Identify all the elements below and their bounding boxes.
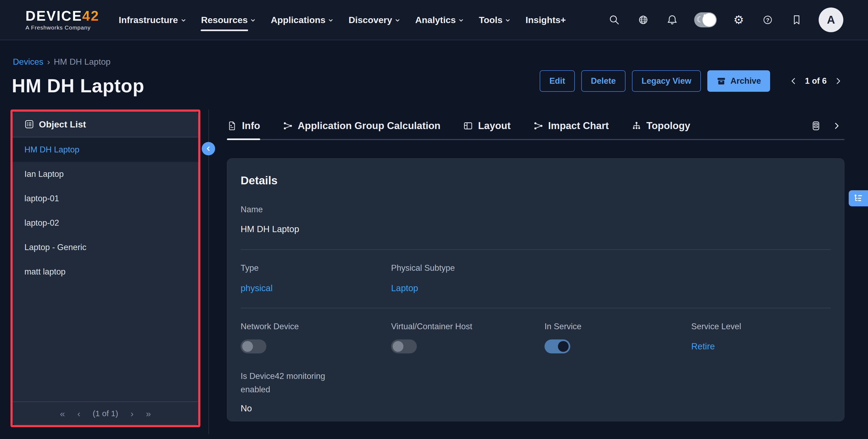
- physical-subtype-value-link[interactable]: Laptop: [391, 283, 418, 293]
- tabs-scroll-right-icon[interactable]: [833, 122, 841, 130]
- top-nav: DEVICE42 A Freshworks Company Infrastruc…: [0, 0, 868, 40]
- list-item-laptop-02[interactable]: laptop-02: [12, 211, 198, 235]
- device-actions: Edit Delete Legacy View Archive 1 of 6: [540, 70, 842, 92]
- next-page-icon[interactable]: ›: [131, 408, 133, 419]
- tree-view-button[interactable]: [849, 190, 868, 206]
- user-avatar[interactable]: A: [819, 7, 843, 32]
- search-icon[interactable]: [607, 13, 621, 27]
- archive-button[interactable]: Archive: [707, 70, 770, 92]
- device42-logo[interactable]: DEVICE42 A Freshworks Company: [26, 9, 99, 31]
- tab-impact-chart[interactable]: Impact Chart: [533, 113, 609, 139]
- first-page-icon[interactable]: «: [60, 408, 65, 419]
- chevron-down-icon: [328, 17, 333, 23]
- toggle-knob: [703, 13, 716, 27]
- list-item-laptop-01[interactable]: laptop-01: [12, 186, 198, 211]
- object-list-panel: Object List HM DH Laptop Ian Laptop lapt…: [12, 112, 198, 425]
- main-menu: Infrastructure Resources Applications Di…: [118, 11, 566, 29]
- tab-overflow-group: [811, 121, 844, 131]
- panel-divider-line: [209, 110, 209, 434]
- tab-application-group-calculation[interactable]: Application Group Calculation: [283, 113, 440, 139]
- tab-info[interactable]: Info: [227, 113, 260, 139]
- type-value-link[interactable]: physical: [241, 283, 273, 293]
- type-label: Type: [241, 263, 391, 273]
- menu-resources[interactable]: Resources: [200, 11, 256, 29]
- object-list-pagination: « ‹ (1 of 1) › »: [12, 402, 198, 425]
- logo-brand-text: DEVICE: [26, 8, 82, 24]
- virtual-container-host-toggle[interactable]: [391, 340, 417, 353]
- tab-layout[interactable]: Layout: [463, 113, 510, 139]
- delete-button[interactable]: Delete: [581, 70, 625, 92]
- object-list-spacer: [12, 284, 198, 402]
- menu-tools[interactable]: Tools: [478, 11, 511, 29]
- breadcrumb-devices-link[interactable]: Devices: [13, 57, 43, 67]
- breadcrumb-current: HM DH Laptop: [54, 57, 111, 67]
- rack-tab-icon[interactable]: [811, 121, 821, 131]
- menu-discovery-label: Discovery: [348, 15, 392, 25]
- menu-analytics-label: Analytics: [415, 15, 456, 25]
- object-list: HM DH Laptop Ian Laptop laptop-01 laptop…: [12, 137, 198, 284]
- nav-utility-cluster: ☾ ✦ ⚙ ? A: [607, 7, 843, 32]
- topology-tree-icon: [631, 121, 642, 131]
- breadcrumb: Devices › HM DH Laptop: [13, 57, 111, 67]
- divider: [241, 249, 831, 250]
- in-service-toggle[interactable]: [545, 340, 570, 353]
- logo-accent-text: 42: [82, 8, 99, 24]
- menu-applications[interactable]: Applications: [270, 11, 334, 29]
- record-pager: 1 of 6: [789, 76, 842, 86]
- physical-subtype-label: Physical Subtype: [391, 263, 545, 273]
- bookmark-icon[interactable]: [790, 13, 804, 27]
- notifications-bell-icon[interactable]: [665, 13, 679, 27]
- menu-analytics[interactable]: Analytics: [415, 11, 464, 29]
- menu-insights[interactable]: Insights+: [525, 11, 566, 29]
- page-title: HM DH Laptop: [12, 75, 144, 97]
- service-level-value-link[interactable]: Retire: [691, 341, 715, 351]
- chevron-down-icon: [505, 17, 510, 23]
- impact-chart-icon: [533, 121, 544, 131]
- help-icon[interactable]: ?: [761, 13, 775, 27]
- object-list-icon: [24, 119, 34, 129]
- network-device-toggle[interactable]: [241, 340, 266, 353]
- globe-icon[interactable]: [636, 13, 650, 27]
- toggle-knob: [558, 341, 569, 352]
- menu-insights-label: Insights+: [525, 15, 566, 25]
- logo-wordmark: DEVICE42: [26, 9, 99, 23]
- details-title: Details: [241, 174, 831, 187]
- tab-topology[interactable]: Topology: [631, 113, 690, 139]
- menu-discovery[interactable]: Discovery: [348, 11, 401, 29]
- monitoring-value: No: [241, 403, 831, 413]
- type-row-labels: Type Physical Subtype: [241, 263, 831, 273]
- layout-grid-icon: [463, 121, 473, 131]
- application-group-icon: [283, 121, 293, 131]
- list-item-ian-laptop[interactable]: Ian Laptop: [12, 162, 198, 186]
- list-item-laptop-generic[interactable]: Laptop - Generic: [12, 235, 198, 260]
- chevron-down-icon: [458, 17, 464, 23]
- details-card: Details Name HM DH Laptop Type Physical …: [227, 158, 844, 421]
- menu-infrastructure[interactable]: Infrastructure: [118, 11, 186, 29]
- list-item-hm-dh-laptop[interactable]: HM DH Laptop: [12, 137, 198, 162]
- object-list-header: Object List: [12, 112, 198, 137]
- legacy-view-button[interactable]: Legacy View: [632, 70, 701, 92]
- monitoring-label: Is Device42 monitoring enabled: [241, 370, 353, 396]
- page-indicator: (1 of 1): [93, 409, 118, 418]
- logo-tagline: A Freshworks Company: [26, 24, 99, 31]
- breadcrumb-separator: ›: [47, 57, 50, 67]
- settings-gear-icon[interactable]: ⚙: [732, 13, 746, 27]
- edit-button[interactable]: Edit: [540, 70, 575, 92]
- last-page-icon[interactable]: »: [146, 408, 151, 419]
- menu-applications-label: Applications: [271, 15, 326, 25]
- name-value: HM DH Laptop: [241, 224, 831, 234]
- service-level-label: Service Level: [691, 322, 831, 331]
- virtual-container-host-label: Virtual/Container Host: [391, 322, 545, 331]
- menu-infrastructure-label: Infrastructure: [119, 15, 178, 25]
- object-list-title: Object List: [39, 119, 86, 129]
- next-record-icon[interactable]: [834, 77, 842, 85]
- prev-page-icon[interactable]: ‹: [77, 408, 80, 419]
- chevron-down-icon: [181, 17, 186, 23]
- archive-box-icon: [716, 76, 726, 86]
- annotation-highlight-box: Object List HM DH Laptop Ian Laptop lapt…: [10, 110, 200, 427]
- network-device-label: Network Device: [241, 322, 391, 331]
- prev-record-icon[interactable]: [789, 77, 798, 85]
- dark-mode-toggle[interactable]: ☾ ✦: [694, 12, 717, 27]
- list-item-matt-laptop[interactable]: matt laptop: [12, 260, 198, 284]
- collapse-sidebar-button[interactable]: [202, 142, 215, 155]
